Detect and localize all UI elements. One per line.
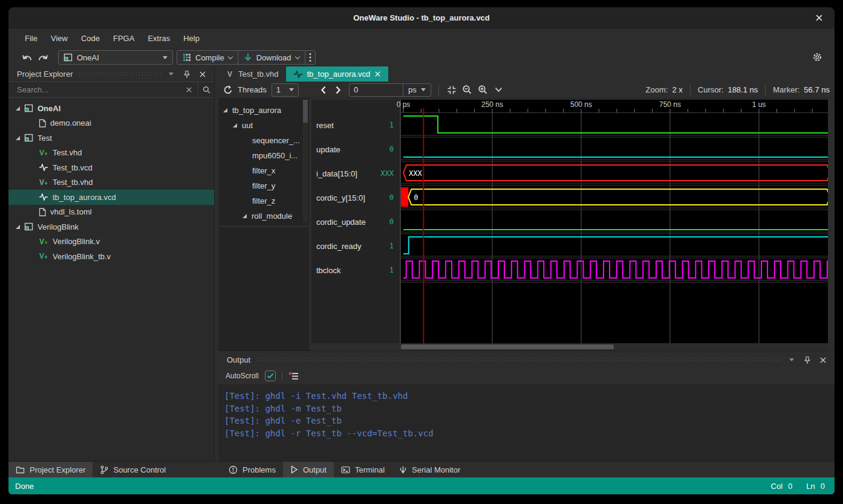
more-actions-button[interactable] — [305, 51, 315, 64]
time-input[interactable] — [350, 85, 403, 94]
pin-panel-button[interactable] — [181, 69, 192, 80]
signal-row-cordic_update[interactable]: cordic_update 0 — [311, 210, 400, 234]
pin-icon — [183, 70, 190, 79]
scope-item-filter_x[interactable]: filter_x — [218, 163, 309, 178]
tree-item-OneAI[interactable]: OneAI — [8, 101, 214, 116]
svg-text:V: V — [39, 237, 44, 246]
bottom-tab-source-control[interactable]: Source Control — [93, 462, 173, 477]
waveform-canvas[interactable]: 0 ps250 ns500 ns750 ns1 usXXX0 — [389, 100, 828, 343]
menu-file[interactable]: File — [18, 31, 44, 45]
signal-row-i_data[15:0][interactable]: i_data[15:0] XXX — [311, 161, 400, 186]
bottom-tab-output[interactable]: Output — [283, 462, 334, 477]
tree-item-Test[interactable]: Test — [8, 131, 214, 146]
tree-item-VerilogBlink[interactable]: VerilogBlink — [8, 219, 214, 234]
zoom-fit-button[interactable] — [444, 83, 460, 97]
zoom-in-button[interactable] — [475, 83, 491, 97]
compile-button[interactable]: Compile — [177, 51, 238, 64]
bottom-tab-problems[interactable]: Problems — [221, 462, 283, 477]
tree-item-Test_tb.vhd[interactable]: VTest_tb.vhd — [8, 175, 214, 190]
tree-item-vhdl_ls.toml[interactable]: vhdl_ls.toml — [8, 205, 214, 220]
undo-button[interactable] — [19, 51, 35, 64]
expander-icon[interactable] — [233, 123, 237, 128]
tree-item-VerilogBlink_tb.v[interactable]: VVerilogBlink_tb.v — [8, 249, 214, 264]
clear-console-button[interactable] — [288, 372, 299, 381]
search-input[interactable] — [8, 85, 183, 94]
close-icon — [819, 357, 827, 364]
prev-transition-button[interactable] — [316, 83, 331, 97]
signal-row-reset[interactable]: reset 1 — [311, 113, 400, 137]
scope-item-filter_z[interactable]: filter_z — [218, 193, 309, 208]
tab-Test_tb.vhd[interactable]: VTest_tb.vhd — [220, 66, 286, 82]
project-icon — [24, 104, 33, 112]
tree-item-Test.vhd[interactable]: VTest.vhd — [8, 146, 214, 161]
next-transition-button[interactable] — [331, 83, 345, 97]
svg-text:V: V — [39, 178, 44, 187]
file-icon — [39, 208, 46, 216]
menu-fpga[interactable]: FPGA — [106, 31, 141, 45]
signal-row-tbclock[interactable]: tbclock 1 — [311, 258, 400, 282]
expander-icon[interactable] — [16, 136, 20, 140]
branch-icon — [100, 465, 108, 474]
scope-scrollbar[interactable] — [303, 100, 308, 223]
clear-search-button[interactable] — [183, 85, 194, 95]
panel-menu-button[interactable] — [166, 69, 177, 80]
close-panel-button[interactable] — [818, 355, 828, 366]
tree-item-VerilogBlink.v[interactable]: VVerilogBlink.v — [8, 234, 214, 250]
autoscroll-checkbox[interactable] — [265, 370, 276, 381]
signal-row-cordic_y[15:0][interactable]: cordic_y[15:0] 0 — [311, 186, 400, 210]
settings-button[interactable] — [809, 50, 825, 63]
chevron-down-icon — [495, 87, 503, 92]
scope-item-roll_module[interactable]: roll_module — [218, 208, 309, 224]
scope-item-sequencer_...[interactable]: sequencer_... — [218, 133, 309, 148]
menu-extras[interactable]: Extras — [141, 31, 177, 45]
signal-row-cordic_ready[interactable]: cordic_ready 1 — [311, 234, 400, 258]
dropdown-arrow-icon — [289, 88, 294, 91]
console-output[interactable]: [Test]: ghdl -i Test.vhd Test_tb.vhd[Tes… — [218, 384, 835, 461]
header-grip[interactable] — [77, 71, 161, 77]
expander-icon[interactable] — [242, 214, 247, 218]
waveform-hscrollbar[interactable] — [401, 344, 828, 350]
scrollbar-thumb[interactable] — [401, 344, 614, 349]
scope-item-filter_y[interactable]: filter_y — [218, 178, 309, 193]
profile-selector[interactable]: OneAI — [58, 50, 173, 65]
tree-item-Test_tb.vcd[interactable]: Test_tb.vcd — [8, 160, 214, 175]
signal-row-update[interactable]: update 0 — [311, 137, 400, 161]
scope-item-mpu6050_i...[interactable]: mpu6050_i... — [218, 148, 309, 163]
tree-item-demo.oneai[interactable]: demo.oneai — [8, 116, 214, 131]
window-close-button[interactable] — [807, 7, 831, 28]
serial-icon — [399, 465, 407, 474]
threads-selector[interactable]: 1 — [272, 83, 299, 97]
download-button[interactable]: Download — [238, 51, 305, 64]
header-grip[interactable] — [255, 357, 781, 363]
output-toolbar: AutoScroll — [218, 367, 835, 384]
scope-item-uut[interactable]: uut — [218, 118, 309, 133]
panel-title: Project Explorer — [17, 69, 73, 79]
panel-menu-button[interactable] — [786, 355, 797, 366]
expander-icon[interactable] — [16, 225, 20, 229]
menu-help[interactable]: Help — [177, 31, 206, 45]
time-unit-selector[interactable]: ps — [403, 84, 431, 96]
menu-code[interactable]: Code — [74, 31, 106, 45]
close-tab-icon[interactable] — [374, 71, 381, 77]
menu-view[interactable]: View — [44, 31, 74, 45]
expander-icon[interactable] — [223, 108, 227, 112]
wave-options-button[interactable] — [491, 83, 507, 97]
bottom-tab-project-explorer[interactable]: Project Explorer — [8, 462, 93, 477]
close-panel-button[interactable] — [197, 69, 208, 80]
redo-button[interactable] — [35, 51, 51, 64]
window-project-icon — [63, 53, 73, 62]
tree-item-tb_top_aurora.vcd[interactable]: tb_top_aurora.vcd — [8, 190, 214, 205]
search-button[interactable] — [198, 85, 214, 95]
kebab-menu-icon — [309, 53, 311, 62]
tab-tb_top_aurora.vcd[interactable]: tb_top_aurora.vcd — [286, 66, 389, 82]
zoom-out-icon — [462, 85, 472, 95]
scope-item-tb_top_aurora[interactable]: tb_top_aurora — [218, 103, 309, 118]
zoom-out-button[interactable] — [460, 83, 475, 97]
bottom-tab-serial-monitor[interactable]: Serial Monitor — [392, 462, 467, 477]
main-toolbar: OneAI Compile — [8, 48, 835, 66]
pin-panel-button[interactable] — [802, 355, 813, 366]
bottom-tab-terminal[interactable]: Terminal — [334, 462, 392, 477]
reload-button[interactable] — [223, 85, 233, 95]
chevron-right-icon — [335, 86, 341, 94]
expander-icon[interactable] — [16, 106, 20, 111]
